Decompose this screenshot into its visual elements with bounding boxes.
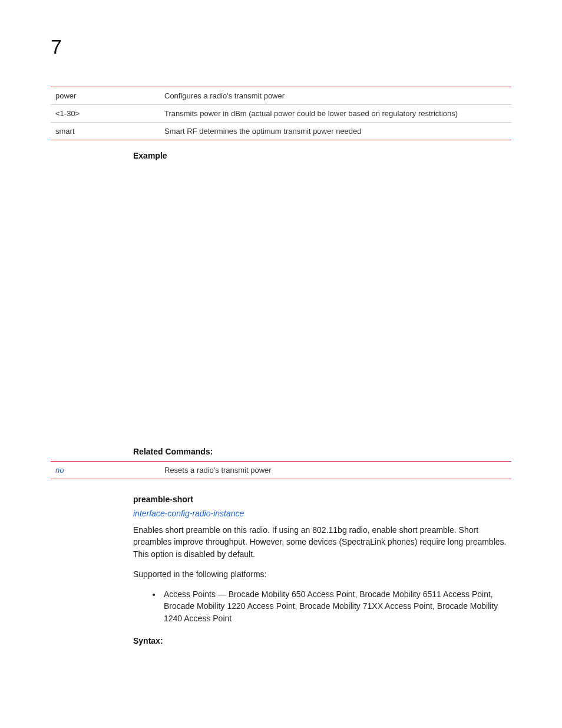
related-cmd-link[interactable]: no: [51, 462, 160, 479]
platform-list: Access Points — Brocade Mobility 650 Acc…: [133, 588, 511, 624]
param-desc: Transmits power in dBm (actual power cou…: [160, 105, 511, 123]
list-item: Access Points — Brocade Mobility 650 Acc…: [161, 588, 511, 624]
chapter-number: 7: [51, 35, 511, 58]
param-desc: Configures a radio's transmit power: [160, 87, 511, 105]
table-row: power Configures a radio's transmit powe…: [51, 87, 511, 105]
parameter-table: power Configures a radio's transmit powe…: [51, 87, 511, 140]
preamble-description: Enables short preamble on this radio. If…: [133, 524, 511, 560]
related-cmd-desc: Resets a radio's transmit power: [160, 462, 511, 479]
table-row: smart Smart RF determines the optimum tr…: [51, 123, 511, 140]
param-name: smart: [51, 123, 160, 140]
example-heading: Example: [133, 151, 511, 160]
related-commands-table: no Resets a radio's transmit power: [51, 461, 511, 479]
table-row: <1-30> Transmits power in dBm (actual po…: [51, 105, 511, 123]
preamble-short-heading: preamble-short: [133, 495, 511, 504]
syntax-heading: Syntax:: [133, 636, 511, 645]
interface-config-link[interactable]: interface-config-radio-instance: [133, 509, 511, 518]
param-desc: Smart RF determines the optimum transmit…: [160, 123, 511, 140]
param-name: power: [51, 87, 160, 105]
related-heading: Related Commands:: [133, 447, 511, 456]
table-row: no Resets a radio's transmit power: [51, 462, 511, 479]
platform-intro: Supported in the following platforms:: [133, 568, 511, 580]
param-name: <1-30>: [51, 105, 160, 123]
